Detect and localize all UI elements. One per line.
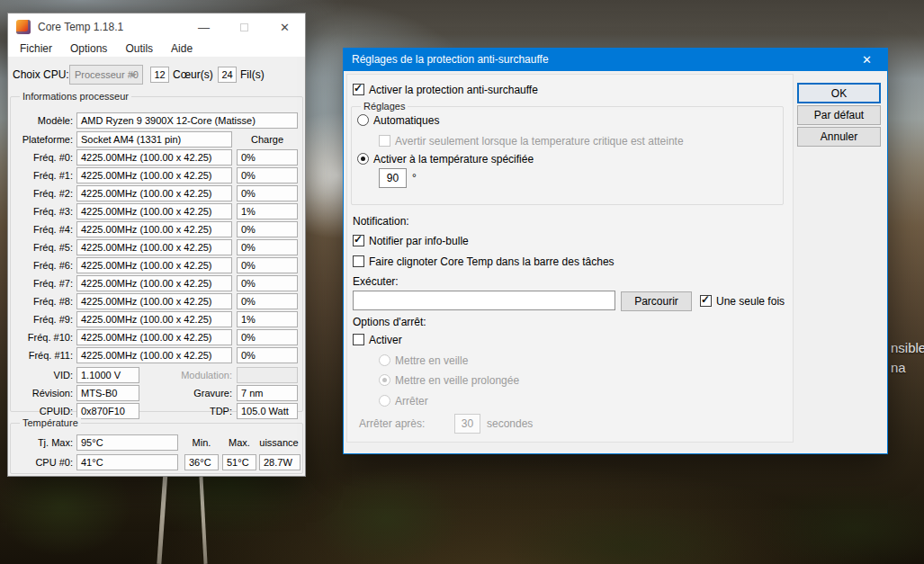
coretemp-titlebar[interactable]: Core Temp 1.18.1 — ✕: [8, 13, 305, 40]
execute-path-input[interactable]: [353, 291, 615, 310]
freq-value: 4225.00MHz (100.00 x 42.25): [76, 185, 232, 201]
freq-row: Fréq. #8: 4225.00MHz (100.00 x 42.25) 0%: [8, 293, 307, 309]
warn-only-label: Avertir seulement lorsque la temperature…: [395, 135, 684, 148]
freq-load-value: 0%: [237, 239, 298, 255]
freq-value: 4225.00MHz (100.00 x 42.25): [76, 311, 232, 327]
gravure-label: Gravure:: [143, 385, 232, 401]
maximize-button[interactable]: [224, 13, 265, 40]
menubar: Fichier Options Outils Aide: [8, 40, 305, 58]
shutdown-section-label: Options d'arrêt:: [353, 316, 426, 328]
notify-balloon-label: Notifier par info-bulle: [369, 235, 469, 247]
menu-aide[interactable]: Aide: [162, 40, 202, 58]
tdp-label: TDP:: [143, 403, 232, 419]
freq-load-value: 1%: [237, 203, 298, 219]
freq-label: Fréq. #10:: [8, 329, 73, 345]
tdp-value: 105.0 Watt: [237, 403, 298, 419]
freq-label: Fréq. #2:: [8, 185, 73, 201]
enable-protection-checkbox[interactable]: ✓: [353, 84, 364, 95]
revision-value: MTS-B0: [76, 385, 139, 401]
freq-value: 4225.00MHz (100.00 x 42.25): [76, 203, 232, 219]
min-column-header: Min.: [184, 434, 219, 451]
poweroff-radio[interactable]: [379, 395, 390, 407]
browse-button[interactable]: Parcourir: [621, 291, 692, 311]
freq-row: Fréq. #9: 4225.00MHz (100.00 x 42.25) 1%: [8, 311, 307, 327]
cpu0-power-value: 28.7W: [259, 454, 301, 470]
chevron-down-icon: [130, 74, 137, 77]
overheat-protection-dialog: Réglages de la protection anti-surchauff…: [343, 48, 888, 454]
freq-value: 4225.00MHz (100.00 x 42.25): [76, 347, 232, 363]
cores-count: 12: [150, 67, 169, 83]
freq-load-value: 0%: [237, 221, 298, 237]
run-once-checkbox[interactable]: ✓: [700, 295, 712, 307]
freq-row: Fréq. #4: 4225.00MHz (100.00 x 42.25) 0%: [8, 221, 307, 237]
modulation-label: Modulation:: [143, 367, 232, 383]
cpu-selector-dropdown[interactable]: Processeur #0: [69, 65, 143, 85]
freq-load-value: 0%: [237, 293, 298, 309]
desktop-icon-label-fragment: na: [891, 360, 906, 375]
minimize-icon: —: [198, 21, 210, 34]
close-button[interactable]: ✕: [265, 13, 305, 40]
shutdown-enable-checkbox[interactable]: [353, 334, 364, 345]
enable-protection-label: Activer la protection anti-surchauffe: [369, 84, 538, 96]
check-icon: ✓: [701, 293, 710, 306]
platform-value: Socket AM4 (1331 pin): [76, 131, 232, 148]
threads-label: Fil(s): [240, 67, 265, 83]
threads-count: 24: [218, 67, 237, 83]
freq-label: Fréq. #11:: [8, 347, 73, 363]
freq-value: 4225.00MHz (100.00 x 42.25): [76, 275, 232, 291]
gravure-value: 7 nm: [237, 385, 298, 401]
charge-column-header: Charge: [237, 131, 298, 148]
tjmax-label: Tj. Max:: [8, 434, 73, 451]
dialog-close-button[interactable]: ✕: [847, 49, 887, 71]
sleep-radio[interactable]: [379, 354, 390, 366]
default-button[interactable]: Par défaut: [797, 105, 881, 125]
desktop-icon-label-fragment: nsible: [891, 340, 924, 355]
freq-row: Fréq. #10: 4225.00MHz (100.00 x 42.25) 0…: [8, 329, 307, 345]
freq-value: 4225.00MHz (100.00 x 42.25): [76, 329, 232, 345]
hibernate-radio[interactable]: [379, 374, 390, 386]
minimize-button[interactable]: —: [184, 13, 224, 40]
freq-load-value: 0%: [237, 329, 298, 345]
menu-outils[interactable]: Outils: [116, 40, 162, 58]
auto-radio[interactable]: [357, 114, 369, 126]
warn-only-checkbox[interactable]: [379, 135, 390, 147]
menu-fichier[interactable]: Fichier: [11, 40, 61, 58]
freq-row: Fréq. #7: 4225.00MHz (100.00 x 42.25) 0%: [8, 275, 307, 291]
coretemp-app-icon: [16, 20, 31, 34]
check-icon: ✓: [354, 233, 363, 246]
processor-info-group-title: Informations processeur: [20, 91, 131, 103]
freq-label: Fréq. #4:: [8, 221, 73, 237]
freq-value: 4225.00MHz (100.00 x 42.25): [76, 257, 232, 273]
settings-panel: ✓ Activer la protection anti-surchauffe …: [346, 74, 794, 443]
freq-label: Fréq. #1:: [8, 167, 73, 184]
hibernate-label: Mettre en veille prolongée: [395, 374, 519, 387]
platform-label: Plateforme:: [8, 131, 73, 148]
freq-row: Fréq. #1: 4225.00MHz (100.00 x 42.25) 0%: [8, 167, 307, 184]
freq-label: Fréq. #8:: [8, 293, 73, 309]
dialog-body: ✓ Activer la protection anti-surchauffe …: [344, 71, 887, 453]
cpu-choice-label: Choix CPU:: [13, 67, 69, 83]
freq-label: Fréq. #9:: [8, 311, 73, 327]
temperature-input[interactable]: 90: [379, 168, 407, 188]
freq-load-value: 0%: [237, 185, 298, 201]
dialog-titlebar[interactable]: Réglages de la protection anti-surchauff…: [344, 49, 887, 71]
freq-value: 4225.00MHz (100.00 x 42.25): [76, 293, 232, 309]
cpuid-value: 0x870F10: [76, 403, 139, 419]
freq-row: Fréq. #11: 4225.00MHz (100.00 x 42.25) 0…: [8, 347, 307, 363]
cancel-button[interactable]: Annuler: [797, 127, 881, 147]
menu-options[interactable]: Options: [61, 40, 116, 58]
cpu0-temp-value: 41°C: [76, 454, 178, 470]
shutdown-after-input[interactable]: 30: [454, 414, 480, 434]
cpu0-max-value: 51°C: [222, 454, 256, 470]
degree-sign: °: [412, 172, 417, 184]
freq-load-value: 0%: [237, 275, 298, 291]
flash-taskbar-checkbox[interactable]: [353, 255, 364, 267]
ok-button[interactable]: OK: [797, 83, 881, 103]
specified-temp-radio[interactable]: [357, 153, 369, 165]
freq-row: Fréq. #0: 4225.00MHz (100.00 x 42.25) 0%: [8, 149, 307, 166]
notify-balloon-checkbox[interactable]: ✓: [353, 235, 364, 246]
freq-row: Fréq. #3: 4225.00MHz (100.00 x 42.25) 1%: [8, 203, 307, 219]
tjmax-value: 95°C: [76, 434, 178, 451]
freq-row: Fréq. #2: 4225.00MHz (100.00 x 42.25) 0%: [8, 185, 307, 201]
revision-label: Révision:: [8, 385, 73, 401]
